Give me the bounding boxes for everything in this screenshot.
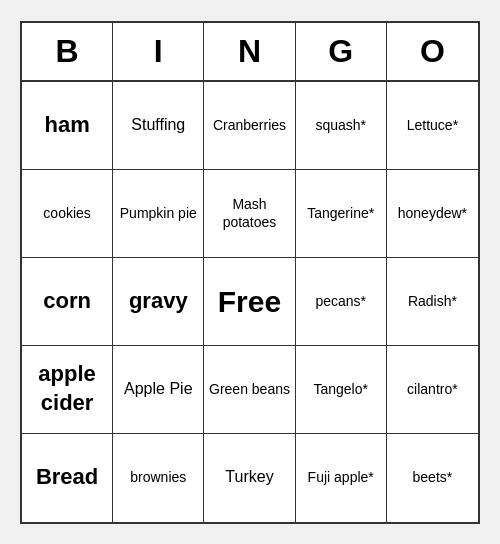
bingo-cell-10: corn [22, 258, 113, 346]
header-letter-o: O [387, 23, 478, 80]
header-letter-i: I [113, 23, 204, 80]
bingo-cell-15: apple cider [22, 346, 113, 434]
bingo-cell-1: Stuffing [113, 82, 204, 170]
bingo-cell-19: cilantro* [387, 346, 478, 434]
header-letter-n: N [204, 23, 295, 80]
bingo-cell-5: cookies [22, 170, 113, 258]
bingo-cell-12: Free [204, 258, 295, 346]
bingo-cell-18: Tangelo* [296, 346, 387, 434]
bingo-header: BINGO [22, 23, 478, 82]
bingo-cell-24: beets* [387, 434, 478, 522]
bingo-cell-9: honeydew* [387, 170, 478, 258]
bingo-cell-0: ham [22, 82, 113, 170]
bingo-cell-11: gravy [113, 258, 204, 346]
bingo-card: BINGO hamStuffingCranberriessquash*Lettu… [20, 21, 480, 524]
bingo-cell-6: Pumpkin pie [113, 170, 204, 258]
bingo-cell-21: brownies [113, 434, 204, 522]
bingo-cell-23: Fuji apple* [296, 434, 387, 522]
bingo-cell-22: Turkey [204, 434, 295, 522]
bingo-cell-2: Cranberries [204, 82, 295, 170]
bingo-cell-3: squash* [296, 82, 387, 170]
header-letter-b: B [22, 23, 113, 80]
bingo-grid: hamStuffingCranberriessquash*Lettuce*coo… [22, 82, 478, 522]
bingo-cell-16: Apple Pie [113, 346, 204, 434]
header-letter-g: G [296, 23, 387, 80]
bingo-cell-7: Mash potatoes [204, 170, 295, 258]
bingo-cell-20: Bread [22, 434, 113, 522]
bingo-cell-8: Tangerine* [296, 170, 387, 258]
bingo-cell-17: Green beans [204, 346, 295, 434]
bingo-cell-14: Radish* [387, 258, 478, 346]
bingo-cell-4: Lettuce* [387, 82, 478, 170]
bingo-cell-13: pecans* [296, 258, 387, 346]
